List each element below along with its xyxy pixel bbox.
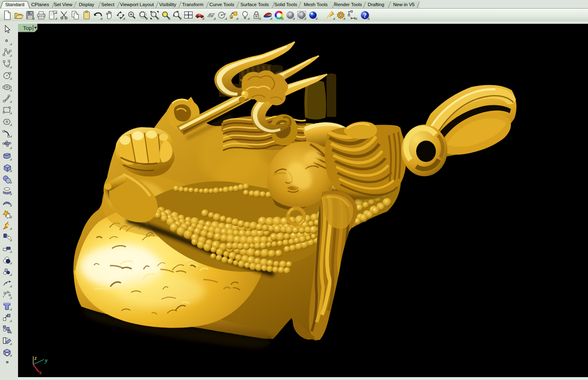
svg-text:z: z [34, 355, 37, 361]
svg-text:Render Tools: Render Tools [334, 2, 362, 7]
svg-text:Top: Top [23, 25, 32, 31]
svg-text:Viewport Layout: Viewport Layout [120, 2, 154, 7]
svg-text:»: » [6, 359, 9, 365]
svg-text:Drafting: Drafting [368, 2, 384, 7]
svg-text:Surface Tools: Surface Tools [240, 2, 269, 7]
svg-text:?: ? [363, 12, 367, 19]
svg-text:Set View: Set View [54, 2, 73, 7]
svg-text:Curve Tools: Curve Tools [210, 2, 235, 7]
svg-text:Select: Select [101, 2, 115, 7]
svg-text:Transform: Transform [182, 2, 203, 7]
svg-text:Display: Display [79, 2, 94, 7]
svg-text:New in V5: New in V5 [393, 2, 415, 7]
svg-text:Visibility: Visibility [159, 2, 176, 7]
svg-text:Standard: Standard [5, 2, 25, 7]
svg-text:x: x [39, 369, 42, 375]
svg-text:CPlanes: CPlanes [31, 2, 49, 7]
svg-text:y: y [44, 357, 48, 364]
svg-text:Solid Tools: Solid Tools [274, 2, 297, 7]
svg-text:Mesh Tools: Mesh Tools [304, 2, 328, 7]
